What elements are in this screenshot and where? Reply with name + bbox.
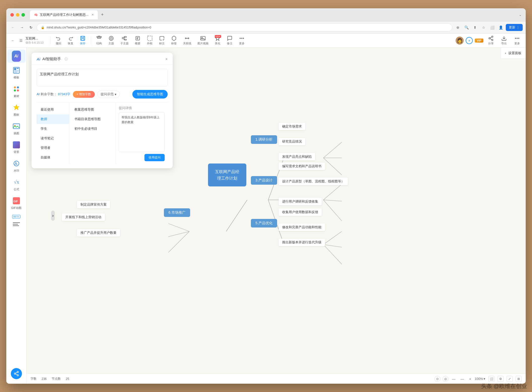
backup-button[interactable]: 备注	[224, 35, 235, 46]
relation-button[interactable]: 关联线	[181, 35, 194, 46]
branch-node-3[interactable]: 5.产品优化	[251, 219, 277, 227]
tab-list-button[interactable]: ⌄	[519, 13, 522, 17]
add-account-button[interactable]: +	[466, 37, 473, 44]
close-window-button[interactable]	[10, 13, 14, 17]
share-browser-button[interactable]: ⬆	[471, 24, 479, 31]
address-field[interactable]: 🔒 mind.shutu.cn/?works_guid=c2044dbe35fe…	[37, 23, 452, 31]
more-button[interactable]: 更多	[236, 35, 247, 46]
sidebar-item-material[interactable]: 素材	[7, 82, 25, 100]
translate-button[interactable]: ⊕	[454, 24, 461, 31]
cat-item-student[interactable]: 学生	[37, 124, 69, 134]
branch-node-4[interactable]: 6.市场推广	[164, 208, 190, 217]
sidebar-item-watermark[interactable]: 水印	[7, 157, 25, 175]
media-button[interactable]: 图片视频	[195, 35, 211, 46]
leaf-node-1-2[interactable]: 研究竞品情况	[279, 138, 305, 145]
frame-button[interactable]: 外框	[144, 35, 155, 46]
sidebar-item-beta[interactable]: BETA	[7, 213, 25, 231]
redo-button[interactable]: 恢复	[65, 35, 76, 46]
fit-screen-button[interactable]: ⊙	[434, 376, 440, 382]
new-tab-button[interactable]: +	[99, 11, 106, 18]
search-button[interactable]: 🔍	[463, 24, 470, 31]
sidebar-item-ai[interactable]: Ai	[7, 50, 25, 63]
sidebar-item-illustration[interactable]: 插图	[7, 120, 25, 137]
share-button[interactable]: 分享	[485, 35, 496, 46]
export-button[interactable]: 导出	[498, 35, 510, 46]
template-item-3[interactable]: 初中生必读书目	[72, 124, 112, 134]
leaf-node-2-1[interactable]: 编写需求文档和产品说明书	[279, 162, 325, 170]
settings-panel-toggle[interactable]: ‹ 设置面板	[500, 48, 526, 59]
thumbnail-button[interactable]: ⬜	[488, 376, 494, 382]
reading-mode-button[interactable]: ⬜	[489, 24, 496, 31]
generate-button[interactable]: 智能生成思维导图	[132, 90, 168, 99]
svg-rect-29	[14, 72, 17, 73]
structure-button[interactable]: 结构	[94, 35, 105, 46]
leaf-node-1-1[interactable]: 确定市场需求	[279, 123, 305, 130]
sidebar-item-template[interactable]: 模板	[7, 64, 25, 81]
minimize-window-button[interactable]	[16, 13, 19, 17]
settings-button[interactable]: ⚙	[497, 376, 504, 382]
vip-badge[interactable]: VIP	[475, 39, 483, 43]
browser-tab[interactable]: 🧠 互联网产品经理工作计划树图思... ✕	[30, 10, 98, 19]
zoom-out-button[interactable]: —	[451, 376, 457, 381]
prompt-text-area[interactable]: 帮我生成人教版物理8年级上册的教案	[119, 112, 165, 152]
save-button[interactable]: 保存	[77, 35, 88, 46]
template-item-2[interactable]: 书籍目录思维导图	[72, 114, 112, 124]
fullscreen-window-button[interactable]	[21, 13, 25, 17]
undo-button[interactable]: 撤回	[53, 35, 64, 46]
cat-item-notes[interactable]: 读书笔记	[37, 134, 69, 143]
sidebar-item-background[interactable]: 背景	[7, 138, 25, 156]
leaf-node-2-2[interactable]: 设计产品原型（草图、流程图、线框图等）	[279, 178, 348, 185]
app-back-button[interactable]: ←	[9, 37, 16, 44]
sidebar-item-icon[interactable]: 图标	[7, 101, 25, 119]
forward-button[interactable]: →	[18, 24, 25, 31]
template-item-1[interactable]: 教案思维导图	[72, 105, 112, 114]
bookmark-button[interactable]: ☆	[480, 24, 487, 31]
user-avatar[interactable]: 👩	[456, 37, 464, 45]
note-button[interactable]: 标注	[156, 35, 167, 46]
center-node[interactable]: 互联网产品经 理工作计划	[208, 164, 246, 186]
share-circle-button[interactable]	[11, 368, 22, 379]
reload-button[interactable]: ↻	[27, 24, 35, 31]
profile-button[interactable]: 👤	[497, 24, 504, 31]
leaf-node-3-3[interactable]: 推出新版本并进行迭代升级	[279, 239, 325, 246]
leaf-node-4-3[interactable]: 推广产品并提升用户数量	[77, 229, 120, 237]
cat-item-recent[interactable]: 最近使用	[37, 105, 69, 114]
add-count-button[interactable]: + 增加字数	[73, 91, 95, 98]
cat-item-media[interactable]: 自媒体	[37, 153, 69, 162]
cat-item-manager[interactable]: 管理者	[37, 143, 69, 153]
zoom-dash-button[interactable]: —	[459, 376, 466, 381]
tag-button[interactable]: 标签	[168, 35, 180, 46]
subtheme-button[interactable]: 子主题	[118, 35, 131, 46]
leaf-node-4-2[interactable]: 开展线下和线上营销活动	[62, 213, 105, 221]
cat-item-teacher[interactable]: 教师	[37, 114, 69, 124]
use-prompt-button[interactable]: 使用提问	[144, 154, 165, 161]
ai-input-area[interactable]: 互联网产品经理工作计划	[37, 69, 168, 86]
outline-button[interactable]: 概要	[132, 35, 143, 46]
grid-button[interactable]: ⊞	[516, 376, 522, 382]
ai-panel-close-button[interactable]: ×	[165, 57, 168, 61]
leaf-node-4-1[interactable]: 制定品牌宣传方案	[77, 201, 110, 208]
more2-button[interactable]: 更多	[512, 35, 523, 46]
leaf-node-3-1[interactable]: 收集用户使用数据和反馈	[279, 208, 322, 216]
reset-view-button[interactable]: ◎	[442, 376, 449, 382]
share-sidebar-button[interactable]	[11, 368, 22, 379]
leaf-node-1-3[interactable]: 发现产品亮点和缺陷	[279, 153, 315, 160]
sidebar-item-formula[interactable]: √x 公式	[7, 176, 25, 193]
branch-node-1[interactable]: 1.调研分析	[251, 135, 277, 144]
theme-button[interactable]: 主题	[106, 35, 117, 46]
branch-node-2[interactable]: 3.产品设计	[251, 176, 277, 185]
leaf-node-3-2-label: 修改和完善产品功能和性能	[282, 225, 321, 229]
fullscreen-button[interactable]: ⤢	[507, 376, 513, 382]
app-menu-button[interactable]: ☰	[17, 37, 24, 44]
prompt-select[interactable]: 提问示范 ▾	[97, 90, 120, 98]
back-button[interactable]: ←	[9, 24, 16, 31]
leaf-node-3-2[interactable]: 修改和完善产品功能和性能	[279, 223, 325, 231]
tab-close-button[interactable]: ✕	[92, 13, 94, 16]
beautify-button[interactable]: NEW 美化	[212, 35, 223, 46]
zoom-in-button[interactable]: +	[468, 376, 473, 381]
zoom-level-display[interactable]: 100% ▾	[475, 377, 485, 381]
update-button[interactable]: 更新 ⋮	[506, 24, 523, 31]
leaf-node-2-3[interactable]: 进行用户调研和反馈收集	[279, 198, 322, 205]
info-icon[interactable]: ⓘ	[65, 57, 68, 61]
sidebar-item-gif[interactable]: GIF GIF动图	[7, 194, 25, 212]
